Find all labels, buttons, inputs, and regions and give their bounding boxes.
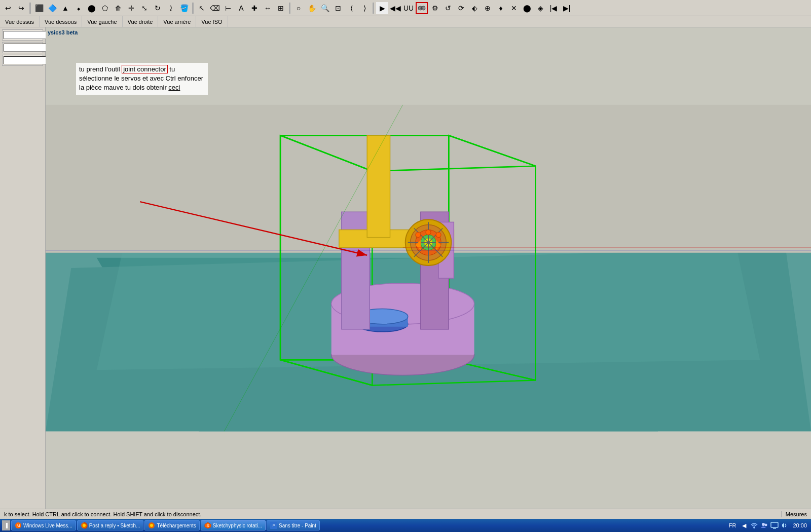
taskbar-btn-sketchup[interactable]: S Sketchyphysic rotati...: [201, 520, 266, 530]
tray-network-icon: [750, 521, 758, 529]
paint-tool[interactable]: 🪣: [178, 2, 190, 14]
3d-scene: [46, 27, 811, 509]
taskbar-btn-telecharger[interactable]: Téléchargements: [144, 520, 199, 530]
section-tool[interactable]: ⊞: [275, 2, 287, 14]
taskbar-btn-msn-label: Windows Live Mess...: [23, 523, 72, 528]
annotation-text-before: tu prend l'outil: [79, 65, 122, 73]
prev-view-tool[interactable]: ⟨: [345, 2, 357, 14]
pentagon-tool[interactable]: ⬠: [99, 2, 111, 14]
annotation-box: tu prend l'outil joint connector tu séle…: [76, 63, 208, 95]
physics-tool-10[interactable]: ◈: [534, 2, 546, 14]
menu-vue-gauche[interactable]: Vue gauche: [82, 16, 122, 27]
taskbar-btn-telecharger-label: Téléchargements: [157, 523, 196, 528]
paint-icon: P: [270, 522, 277, 529]
next-view-tool[interactable]: ⟩: [358, 2, 371, 14]
orbit-tool[interactable]: ○: [292, 2, 305, 14]
statusbar-text: k to select. Hold CTRL and click to conn…: [4, 511, 201, 517]
physics-tool-3[interactable]: ↺: [442, 2, 454, 14]
play-tool[interactable]: ▶: [376, 2, 388, 14]
svg-text:M: M: [17, 523, 20, 528]
erase-tool[interactable]: ⌫: [209, 2, 221, 14]
taskbar-btn-msn[interactable]: M Windows Live Mess...: [11, 520, 76, 530]
svg-text:S: S: [206, 523, 209, 528]
toolbar-sep-3: [289, 3, 290, 14]
panel-row-2: ✕: [2, 42, 43, 53]
svg-rect-23: [367, 135, 390, 237]
dim-tool[interactable]: ↔: [262, 2, 274, 14]
physics-tool-2[interactable]: ⚙: [429, 2, 441, 14]
firefox-icon: [81, 522, 88, 529]
physics-tool-11[interactable]: |◀: [547, 2, 560, 14]
menu-vue-arriere[interactable]: Vue arrière: [158, 16, 196, 27]
zoom-extent-tool[interactable]: ⊡: [332, 2, 344, 14]
toolbar: ↩ ↪ ⬛ 🔷 ▲ ⬥ ⬤ ⬠ ⟰ ✛ ⤡ ↻ ⤸ 🪣 ↖ ⌫ ⊢ A ✚ ↔ …: [0, 0, 811, 16]
move-tool[interactable]: ✛: [125, 2, 137, 14]
joint-connector-tool[interactable]: [416, 2, 428, 14]
taskbar-btn-paint-label: Sans titre - Paint: [279, 523, 316, 528]
circle-tool[interactable]: ⬤: [86, 2, 98, 14]
menu-vue-dessous[interactable]: Vue dessous: [40, 16, 82, 27]
physics-tool-4[interactable]: ⟳: [455, 2, 467, 14]
tape-tool[interactable]: ⊢: [222, 2, 234, 14]
svg-point-34: [416, 233, 421, 238]
back-tool[interactable]: ◀◀: [389, 2, 401, 14]
app-title: ysics3 beta: [48, 29, 78, 35]
cone-tool[interactable]: ⬥: [72, 2, 85, 14]
main-area: ✕ ✕ ✕ ysics3 beta: [0, 27, 811, 509]
undo-button[interactable]: ↩: [2, 2, 14, 14]
physics-tool-7[interactable]: ♦: [495, 2, 507, 14]
scale-tool[interactable]: ⤡: [138, 2, 151, 14]
svg-rect-60: [782, 524, 784, 526]
physics-tool-12[interactable]: ▶|: [561, 2, 573, 14]
physics-tool-9[interactable]: ⬤: [521, 2, 533, 14]
annotation-underline: ceci: [168, 84, 180, 91]
step-tool[interactable]: UU: [402, 2, 415, 14]
svg-point-36: [426, 230, 431, 235]
taskbar-btn-post-reply-label: Post a reply • Sketch...: [89, 523, 140, 528]
svg-point-47: [83, 524, 86, 527]
physics-tool-5[interactable]: ⬖: [468, 2, 481, 14]
system-clock: 20:00: [791, 522, 809, 528]
tray-speaker-icon: [781, 521, 789, 529]
msn-icon: M: [15, 522, 22, 529]
physics-tool-6[interactable]: ⊕: [482, 2, 494, 14]
viewport[interactable]: ysics3 beta: [46, 27, 811, 509]
redo-button[interactable]: ↪: [15, 2, 27, 14]
taskbar-btn-post-reply[interactable]: Post a reply • Sketch...: [77, 520, 144, 530]
cube-tool[interactable]: ⬛: [33, 2, 45, 14]
follow-tool[interactable]: ⤸: [165, 2, 177, 14]
annotation-highlight: joint connector: [122, 65, 168, 73]
taskbar-tray: FR ◀: [727, 521, 809, 529]
language-indicator[interactable]: FR: [727, 522, 739, 528]
firefox2-icon: [148, 522, 155, 529]
svg-point-35: [436, 233, 441, 238]
tray-monitor-icon: [770, 521, 779, 529]
3d-tool[interactable]: 🔷: [46, 2, 58, 14]
tray-arrow-left[interactable]: ◀: [740, 521, 748, 529]
svg-point-54: [753, 526, 755, 528]
toolbar-sep-1: [29, 3, 31, 14]
tray-users-icon: [760, 521, 768, 529]
pan-tool[interactable]: ✋: [306, 2, 318, 14]
rotate-tool[interactable]: ↻: [152, 2, 164, 14]
zoom-tool[interactable]: 🔍: [319, 2, 331, 14]
push-tool[interactable]: ⟰: [112, 2, 124, 14]
axes-tool[interactable]: ✚: [248, 2, 261, 14]
statusbar-mesures: Mesures: [781, 511, 807, 517]
triangle-tool[interactable]: ▲: [59, 2, 71, 14]
toolbar-sep-2: [192, 3, 194, 14]
svg-point-56: [765, 524, 767, 526]
start-button[interactable]: ▐: [2, 520, 10, 530]
left-panel: ✕ ✕ ✕: [0, 27, 46, 509]
taskbar-btn-paint[interactable]: P Sans titre - Paint: [267, 520, 320, 530]
svg-point-55: [762, 523, 765, 526]
text-tool[interactable]: A: [235, 2, 247, 14]
menu-vue-droite[interactable]: Vue droite: [123, 16, 159, 27]
taskbar: ▐ M Windows Live Mess... Post a reply • …: [0, 519, 811, 532]
menu-vue-dessus[interactable]: Vue dessus: [0, 16, 40, 27]
physics-tool-8[interactable]: ✕: [508, 2, 520, 14]
menu-vue-iso[interactable]: Vue ISO: [196, 16, 228, 27]
sketchup-icon: S: [204, 522, 211, 529]
svg-rect-58: [773, 528, 776, 529]
select-tool[interactable]: ↖: [196, 2, 208, 14]
